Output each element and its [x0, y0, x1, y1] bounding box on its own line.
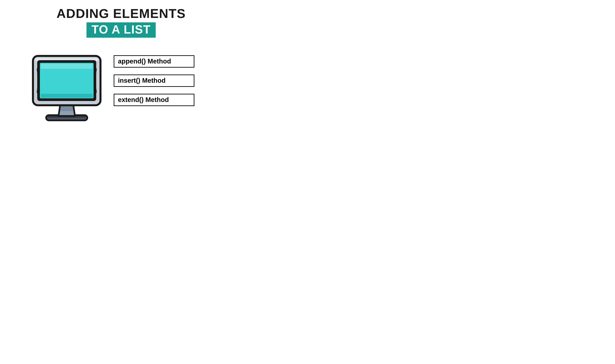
- method-item-append: append() Method: [114, 55, 195, 68]
- title-line-2-highlight: TO A LIST: [86, 22, 155, 38]
- content-row: append() Method insert() Method extend()…: [31, 54, 223, 122]
- monitor-icon: [31, 54, 102, 122]
- monitor-illustration: [31, 54, 102, 122]
- method-item-insert: insert() Method: [114, 75, 195, 87]
- method-label: insert() Method: [118, 77, 166, 84]
- title-block: ADDING ELEMENTS TO A LIST: [0, 7, 242, 38]
- title-line-1: ADDING ELEMENTS: [0, 7, 242, 21]
- svg-rect-7: [41, 94, 93, 98]
- svg-rect-6: [41, 64, 93, 69]
- method-list: append() Method insert() Method extend()…: [114, 54, 223, 106]
- title-line-2: TO A LIST: [91, 23, 151, 36]
- method-item-extend: extend() Method: [114, 94, 195, 106]
- method-label: append() Method: [118, 58, 171, 65]
- method-label: extend() Method: [118, 96, 169, 103]
